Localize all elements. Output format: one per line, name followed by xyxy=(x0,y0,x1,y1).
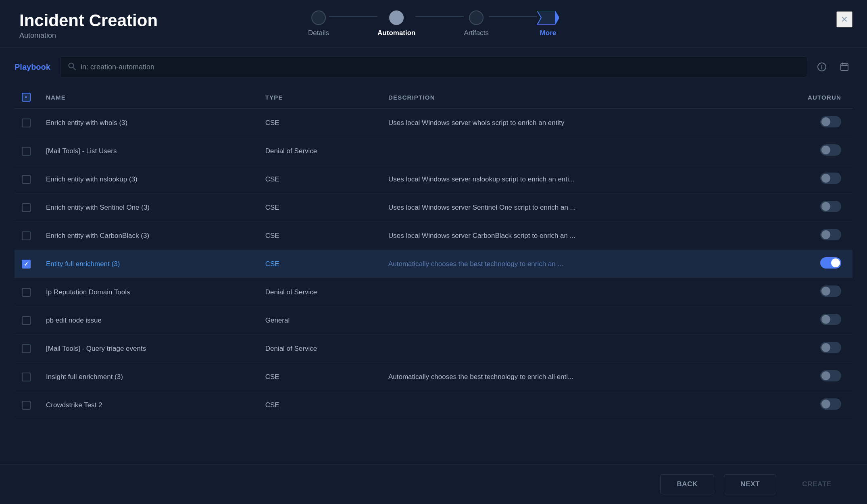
next-button[interactable]: NEXT xyxy=(724,474,776,494)
row-checkbox[interactable] xyxy=(22,260,31,269)
row-autorun-cell xyxy=(756,391,852,419)
header: Incident Creation Automation Details Aut… xyxy=(0,0,867,48)
page-subtitle: Automation xyxy=(19,31,158,40)
table-row: [Mail Tools] - List UsersDenial of Servi… xyxy=(15,137,852,165)
row-checkbox[interactable] xyxy=(22,147,31,156)
row-type: CSE xyxy=(258,250,381,278)
row-description xyxy=(381,335,756,363)
autorun-toggle[interactable] xyxy=(820,398,841,410)
row-description: Uses local Windows server CarbonBlack sc… xyxy=(381,222,756,250)
autorun-toggle[interactable] xyxy=(820,370,841,381)
toolbar-icons xyxy=(814,59,852,75)
row-type: Denial of Service xyxy=(258,137,381,165)
autorun-toggle[interactable] xyxy=(820,342,841,353)
row-checkbox-cell xyxy=(15,306,39,335)
select-all-checkbox[interactable] xyxy=(22,93,31,102)
step-circle-automation xyxy=(389,10,404,25)
row-checkbox[interactable] xyxy=(22,401,31,410)
step-artifacts[interactable]: Artifacts xyxy=(464,10,489,37)
autorun-toggle[interactable] xyxy=(820,257,841,269)
row-description xyxy=(381,391,756,419)
row-checkbox[interactable] xyxy=(22,175,31,184)
playbook-tab[interactable]: Playbook xyxy=(15,60,50,74)
row-checkbox-cell xyxy=(15,391,39,419)
autorun-toggle[interactable] xyxy=(820,229,841,240)
search-box[interactable]: in: creation-automation xyxy=(60,56,807,77)
row-description: Uses local Windows server nslookup scrip… xyxy=(381,165,756,194)
row-autorun-cell xyxy=(756,222,852,250)
svg-rect-7 xyxy=(841,64,848,71)
row-type: Denial of Service xyxy=(258,335,381,363)
row-type: General xyxy=(258,306,381,335)
row-autorun-cell xyxy=(756,363,852,391)
table-row: [Mail Tools] - Query triage eventsDenial… xyxy=(15,335,852,363)
autorun-toggle[interactable] xyxy=(820,314,841,325)
row-autorun-cell xyxy=(756,278,852,306)
row-checkbox[interactable] xyxy=(22,288,31,297)
row-type: CSE xyxy=(258,363,381,391)
row-name: Enrich entity with nslookup (3) xyxy=(39,165,258,194)
table-header: NAME TYPE DESCRIPTION AUTORUN xyxy=(15,86,852,108)
table-row: Insight full enrichment (3)CSEAutomatica… xyxy=(15,363,852,391)
table-row: Enrich entity with whois (3)CSEUses loca… xyxy=(15,108,852,137)
calendar-icon[interactable] xyxy=(836,59,852,75)
svg-point-6 xyxy=(821,65,822,66)
table-row: Enrich entity with CarbonBlack (3)CSEUse… xyxy=(15,222,852,250)
svg-line-3 xyxy=(73,67,75,70)
autorun-toggle[interactable] xyxy=(820,144,841,156)
row-name: Insight full enrichment (3) xyxy=(39,363,258,391)
col-autorun: AUTORUN xyxy=(756,86,852,108)
row-name: Enrich entity with CarbonBlack (3) xyxy=(39,222,258,250)
col-description: DESCRIPTION xyxy=(381,86,756,108)
row-checkbox[interactable] xyxy=(22,231,31,240)
row-checkbox-cell xyxy=(15,137,39,165)
autorun-toggle[interactable] xyxy=(820,116,841,127)
row-type: Denial of Service xyxy=(258,278,381,306)
table-row: Ip Reputation Domain ToolsDenial of Serv… xyxy=(15,278,852,306)
table-row: Enrich entity with Sentinel One (3)CSEUs… xyxy=(15,194,852,222)
create-button[interactable]: CREATE xyxy=(786,475,848,494)
row-type: CSE xyxy=(258,108,381,137)
step-automation[interactable]: Automation xyxy=(377,10,415,37)
close-button[interactable]: × xyxy=(836,11,852,27)
autorun-toggle[interactable] xyxy=(820,173,841,184)
row-checkbox[interactable] xyxy=(22,119,31,127)
row-checkbox[interactable] xyxy=(22,344,31,353)
autorun-toggle[interactable] xyxy=(820,201,841,212)
step-label-details: Details xyxy=(308,29,329,37)
table-row: Enrich entity with nslookup (3)CSEUses l… xyxy=(15,165,852,194)
row-checkbox[interactable] xyxy=(22,373,31,381)
row-type: CSE xyxy=(258,165,381,194)
row-name: Enrich entity with Sentinel One (3) xyxy=(39,194,258,222)
row-autorun-cell xyxy=(756,306,852,335)
row-checkbox[interactable] xyxy=(22,316,31,325)
col-select xyxy=(15,86,39,108)
connector-1 xyxy=(329,16,377,17)
row-checkbox-cell xyxy=(15,222,39,250)
title-block: Incident Creation Automation xyxy=(19,11,158,40)
step-more[interactable]: More xyxy=(537,10,559,37)
more-arrow-icon xyxy=(537,10,559,25)
step-details[interactable]: Details xyxy=(308,10,329,37)
col-type: TYPE xyxy=(258,86,381,108)
col-name: NAME xyxy=(39,86,258,108)
more-label: More xyxy=(540,29,556,37)
footer: BACK NEXT CREATE xyxy=(0,464,867,504)
svg-marker-1 xyxy=(555,11,559,25)
row-checkbox[interactable] xyxy=(22,203,31,212)
autorun-toggle[interactable] xyxy=(820,285,841,297)
row-name: Enrich entity with whois (3) xyxy=(39,108,258,137)
row-name: Crowdstrike Test 2 xyxy=(39,391,258,419)
table-container: NAME TYPE DESCRIPTION AUTORUN Enrich ent… xyxy=(15,86,852,464)
step-label-automation: Automation xyxy=(377,29,415,37)
toolbar: Playbook in: creation-automation xyxy=(0,48,867,86)
row-checkbox-cell xyxy=(15,194,39,222)
table-row: pb edit node issueGeneral xyxy=(15,306,852,335)
row-description xyxy=(381,278,756,306)
row-name: pb edit node issue xyxy=(39,306,258,335)
back-button[interactable]: BACK xyxy=(660,474,714,494)
row-autorun-cell xyxy=(756,137,852,165)
row-autorun-cell xyxy=(756,335,852,363)
search-text: in: creation-automation xyxy=(81,63,154,71)
info-icon[interactable] xyxy=(814,59,830,75)
